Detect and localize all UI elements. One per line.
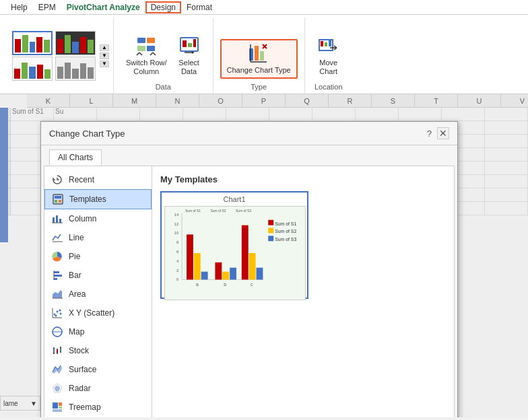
menu-bar: Help EPM PivotChart Analyze Design Forma… <box>0 0 528 15</box>
line-icon <box>51 232 63 244</box>
scroll-down[interactable]: ▼ <box>100 53 109 59</box>
svg-text:10: 10 <box>174 231 179 235</box>
map-label: Map <box>69 327 84 337</box>
svg-rect-34 <box>57 350 58 353</box>
svg-rect-63 <box>222 272 229 280</box>
chart-type-surface[interactable]: Surface <box>44 360 152 379</box>
svg-rect-24 <box>54 278 57 280</box>
select-data-button[interactable]: SelectData <box>172 33 206 79</box>
move-chart-button[interactable]: MoveChart <box>312 33 345 79</box>
map-icon <box>51 326 63 338</box>
ribbon-section-type: Change Chart Type Type <box>213 18 305 94</box>
svg-rect-43 <box>268 220 273 225</box>
svg-rect-40 <box>59 403 62 406</box>
svg-rect-47 <box>268 236 273 241</box>
chart-type-templates[interactable]: Templates <box>44 189 152 209</box>
template-thumbnail[interactable]: Chart1 Sum of S1 Sum of S2 Sum of S3 <box>160 191 308 299</box>
change-chart-type-label: Change Chart Type <box>227 66 291 75</box>
treemap-icon <box>51 401 63 413</box>
svg-rect-19 <box>53 217 55 223</box>
ribbon-section-location: MoveChart Location <box>305 18 352 94</box>
xy-scatter-label: X Y (Scatter) <box>69 308 114 318</box>
svg-rect-18 <box>59 200 61 203</box>
chart-thumb-3[interactable] <box>55 31 96 55</box>
svg-rect-9 <box>255 46 259 61</box>
bar-label: Bar <box>69 271 81 280</box>
chart-type-recent[interactable]: Recent <box>44 170 152 189</box>
treemap-label: Treemap <box>69 403 101 412</box>
dialog-body: Recent Templates <box>44 166 455 417</box>
move-chart-icon <box>318 36 339 57</box>
svg-rect-20 <box>56 215 58 223</box>
chart-thumb-4[interactable] <box>55 57 96 81</box>
svg-text:Sum of S1: Sum of S1 <box>185 209 201 213</box>
svg-text:Sum of S3: Sum of S3 <box>275 237 296 242</box>
svg-point-29 <box>60 313 62 315</box>
svg-rect-66 <box>249 253 256 279</box>
scroll-more[interactable]: ▼ <box>100 61 109 67</box>
svg-rect-8 <box>249 48 253 61</box>
thumb-group-1 <box>12 31 53 81</box>
switch-row-column-icon <box>135 36 157 57</box>
thumb-group-2 <box>55 31 96 81</box>
svg-text:2: 2 <box>176 269 178 273</box>
chart-type-map[interactable]: Map <box>44 322 152 341</box>
svg-rect-61 <box>201 272 208 280</box>
svg-point-26 <box>57 311 59 313</box>
my-templates-heading: My Templates <box>160 174 446 184</box>
dialog-close-button[interactable]: ✕ <box>437 127 449 139</box>
svg-rect-13 <box>325 42 327 46</box>
dialog-overlay: Change Chart Type ? ✕ All Charts <box>0 94 528 417</box>
column-label: Column <box>69 214 96 223</box>
menu-format[interactable]: Format <box>181 1 218 13</box>
chart-type-line[interactable]: Line <box>44 228 152 247</box>
svg-rect-5 <box>183 40 187 47</box>
spreadsheet: K L M N O P Q R S T U V Sum of S1 Su <box>0 94 528 417</box>
menu-design[interactable]: Design <box>145 1 181 13</box>
chart-type-area[interactable]: Area <box>44 285 152 304</box>
dialog-header: Change Chart Type ? ✕ <box>41 122 457 145</box>
chart-type-pie[interactable]: Pie <box>44 247 152 266</box>
chart-type-radar[interactable]: Radar <box>44 379 152 398</box>
svg-marker-38 <box>55 386 60 391</box>
dialog-title: Change Chart Type <box>49 129 125 139</box>
menu-pivotchart-analyze[interactable]: PivotChart Analyze <box>61 1 145 13</box>
svg-rect-3 <box>147 46 155 51</box>
dialog-controls: ? ✕ <box>427 127 449 139</box>
svg-text:12: 12 <box>174 222 179 226</box>
chart-type-stock[interactable]: Stock <box>44 341 152 360</box>
chart-thumb-1[interactable] <box>12 31 53 55</box>
scroll-up[interactable]: ▲ <box>100 44 109 51</box>
svg-rect-2 <box>137 46 145 51</box>
chart-thumb-2[interactable] <box>12 57 53 81</box>
svg-text:14: 14 <box>174 213 179 217</box>
chart-preview-panel: My Templates Chart1 Sum of S1 Sum of S2 <box>152 166 454 417</box>
svg-rect-23 <box>54 275 62 277</box>
area-label: Area <box>69 289 86 299</box>
svg-rect-21 <box>59 219 61 223</box>
template-chart-svg: Sum of S1 Sum of S2 Sum of S3 0 2 4 <box>164 206 306 300</box>
change-chart-type-button[interactable]: Change Chart Type <box>220 39 298 79</box>
dialog-help-button[interactable]: ? <box>427 129 432 139</box>
svg-text:b: b <box>224 282 226 287</box>
chart-type-xy-scatter[interactable]: X Y (Scatter) <box>44 304 152 322</box>
location-buttons: MoveChart <box>312 18 345 81</box>
stock-label: Stock <box>69 346 89 355</box>
chart-type-column[interactable]: Column <box>44 209 152 228</box>
menu-epm[interactable]: EPM <box>33 1 61 13</box>
switch-row-column-button[interactable]: Switch Row/Column <box>121 33 172 79</box>
chart-type-bar[interactable]: Bar <box>44 266 152 285</box>
svg-point-28 <box>55 315 57 317</box>
svg-rect-22 <box>54 271 59 273</box>
change-chart-type-icon <box>248 43 269 65</box>
scroll-arrows: ▲ ▼ ▼ <box>100 44 109 67</box>
menu-help[interactable]: Help <box>5 1 33 13</box>
chart-type-treemap[interactable]: Treemap <box>44 398 152 417</box>
svg-text:Sum of S3: Sum of S3 <box>236 209 251 213</box>
svg-rect-65 <box>242 225 249 280</box>
svg-rect-45 <box>268 228 273 234</box>
type-buttons: Change Chart Type <box>220 18 298 81</box>
tab-all-charts[interactable]: All Charts <box>49 149 102 166</box>
change-chart-type-dialog: Change Chart Type ? ✕ All Charts <box>40 121 458 417</box>
svg-text:Sum of S2: Sum of S2 <box>275 229 296 234</box>
